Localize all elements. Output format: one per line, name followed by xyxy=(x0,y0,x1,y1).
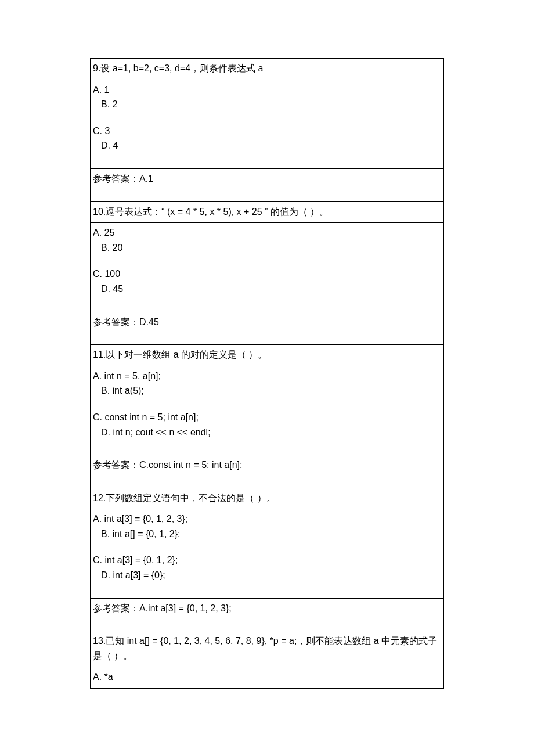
q10-answer-label: 参考答案： xyxy=(93,317,139,327)
q12-question-text: 12.下列数组定义语句中，不合法的是（ ）。 xyxy=(93,493,276,503)
q9-option-a: A. 1 xyxy=(93,82,441,98)
questions-table: 9.设 a=1, b=2, c=3, d=4，则条件表达式 a A. 1 B. … xyxy=(90,58,444,689)
q11-answer-text: C.const int n = 5; int a[n]; xyxy=(139,460,242,470)
spacer xyxy=(93,153,441,165)
q9-option-b: B. 2 xyxy=(101,97,441,112)
q12-option-d: D. int a[3] = {0}; xyxy=(101,568,441,583)
q12-option-a: A. int a[3] = {0, 1, 2, 3}; xyxy=(93,512,441,527)
q9-question-row: 9.设 a=1, b=2, c=3, d=4，则条件表达式 a xyxy=(91,59,444,80)
spacer xyxy=(93,473,441,484)
spacer xyxy=(93,583,441,595)
spacer xyxy=(93,398,441,410)
q11-option-c: C. const int n = 5; int a[n]; xyxy=(93,410,441,425)
spacer xyxy=(93,541,441,553)
q11-option-d: D. int n; cout << n << endl; xyxy=(101,425,441,440)
q11-question-cell: 11.以下对一维数组 a 的对的定义是（ ）。 xyxy=(91,345,444,366)
q12-answer-label: 参考答案： xyxy=(93,603,139,613)
q10-option-b: B. 20 xyxy=(101,240,441,255)
q10-option-a: A. 25 xyxy=(93,225,441,240)
q13-option-a: A. *a xyxy=(93,669,441,685)
q9-option-c: C. 3 xyxy=(93,124,441,139)
q10-answer-text: D.45 xyxy=(139,317,159,327)
q12-question-cell: 12.下列数组定义语句中，不合法的是（ ）。 xyxy=(91,488,444,509)
spacer xyxy=(93,255,441,267)
q10-option-c: C. 100 xyxy=(93,267,441,282)
spacer xyxy=(93,112,441,124)
q10-options-row: A. 25 B. 20 C. 100 D. 45 xyxy=(91,223,444,312)
q10-answer-row: 参考答案：D.45 xyxy=(91,312,444,345)
q13-options-cell: A. *a xyxy=(91,667,444,689)
q11-option-b: B. int a(5); xyxy=(101,383,441,398)
spacer xyxy=(93,329,441,341)
q9-answer-text: A.1 xyxy=(139,174,153,183)
q11-options-row: A. int n = 5, a[n]; B. int a(5); C. cons… xyxy=(91,366,444,455)
q13-options-row: A. *a xyxy=(91,667,444,689)
q12-option-b: B. int a[] = {0, 1, 2}; xyxy=(101,527,441,542)
q11-question-row: 11.以下对一维数组 a 的对的定义是（ ）。 xyxy=(91,345,444,366)
q12-answer-text: A.int a[3] = {0, 1, 2, 3}; xyxy=(139,603,232,613)
q12-question-row: 12.下列数组定义语句中，不合法的是（ ）。 xyxy=(91,488,444,509)
q12-option-c: C. int a[3] = {0, 1, 2}; xyxy=(93,553,441,568)
q12-options-row: A. int a[3] = {0, 1, 2, 3}; B. int a[] =… xyxy=(91,509,444,598)
q11-option-a: A. int n = 5, a[n]; xyxy=(93,369,441,384)
q11-options-cell: A. int n = 5, a[n]; B. int a(5); C. cons… xyxy=(91,366,444,455)
q10-question-cell: 10.逗号表达式：“ (x = 4 * 5, x * 5), x + 25 ” … xyxy=(91,201,444,223)
q9-options-cell: A. 1 B. 2 C. 3 D. 4 xyxy=(91,80,444,168)
q10-option-d: D. 45 xyxy=(101,282,441,297)
q13-question-row: 13.已知 int a[] = {0, 1, 2, 3, 4, 5, 6, 7,… xyxy=(91,631,444,667)
q11-answer-cell: 参考答案：C.const int n = 5; int a[n]; xyxy=(91,455,444,488)
spacer xyxy=(93,440,441,451)
q10-answer-cell: 参考答案：D.45 xyxy=(91,312,444,345)
q13-question-text: 13.已知 int a[] = {0, 1, 2, 3, 4, 5, 6, 7,… xyxy=(93,636,437,661)
document-page: 9.设 a=1, b=2, c=3, d=4，则条件表达式 a A. 1 B. … xyxy=(0,0,534,723)
q11-answer-row: 参考答案：C.const int n = 5; int a[n]; xyxy=(91,455,444,488)
q9-answer-label: 参考答案： xyxy=(93,174,139,183)
q9-options-row: A. 1 B. 2 C. 3 D. 4 xyxy=(91,80,444,168)
q10-question-text: 10.逗号表达式：“ (x = 4 * 5, x * 5), x + 25 ” … xyxy=(93,207,329,217)
q10-options-cell: A. 25 B. 20 C. 100 D. 45 xyxy=(91,223,444,312)
q12-answer-cell: 参考答案：A.int a[3] = {0, 1, 2, 3}; xyxy=(91,598,444,631)
q10-question-row: 10.逗号表达式：“ (x = 4 * 5, x * 5), x + 25 ” … xyxy=(91,201,444,223)
spacer xyxy=(93,615,441,627)
q12-options-cell: A. int a[3] = {0, 1, 2, 3}; B. int a[] =… xyxy=(91,509,444,598)
q9-answer-row: 参考答案：A.1 xyxy=(91,168,444,201)
q12-answer-row: 参考答案：A.int a[3] = {0, 1, 2, 3}; xyxy=(91,598,444,631)
q11-answer-label: 参考答案： xyxy=(93,460,139,470)
q13-question-cell: 13.已知 int a[] = {0, 1, 2, 3, 4, 5, 6, 7,… xyxy=(91,631,444,667)
q11-question-text: 11.以下对一维数组 a 的对的定义是（ ）。 xyxy=(93,350,267,359)
spacer xyxy=(93,297,441,308)
q9-option-d: D. 4 xyxy=(101,138,441,153)
spacer xyxy=(93,186,441,198)
q9-question-text: 9.设 a=1, b=2, c=3, d=4，则条件表达式 a xyxy=(93,63,263,73)
q9-question-cell: 9.设 a=1, b=2, c=3, d=4，则条件表达式 a xyxy=(91,59,444,80)
q9-answer-cell: 参考答案：A.1 xyxy=(91,168,444,201)
